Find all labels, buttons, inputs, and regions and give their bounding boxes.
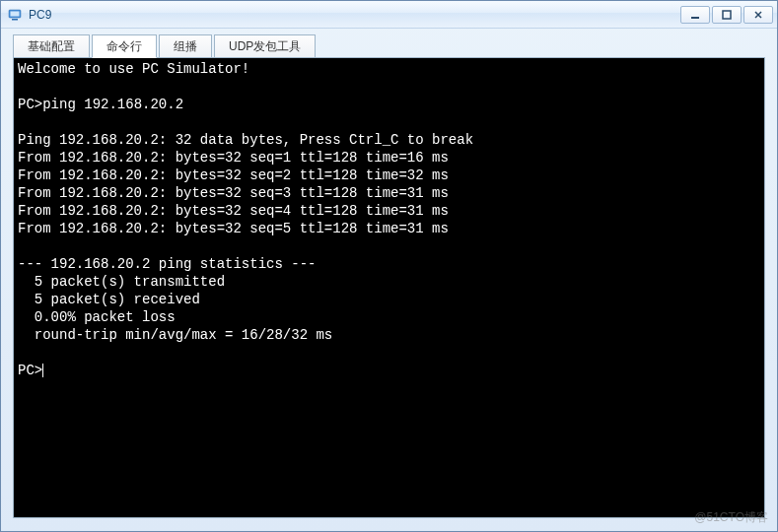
svg-rect-1	[12, 19, 18, 21]
app-icon	[7, 7, 23, 23]
ping-stat: 5 packet(s) transmitted	[18, 274, 225, 290]
ping-reply: From 192.168.20.2: bytes=32 seq=5 ttl=12…	[18, 221, 449, 236]
terminal-welcome: Welcome to use PC Simulator!	[18, 61, 249, 77]
tab-label: UDP发包工具	[229, 38, 301, 55]
tab-basic-config[interactable]: 基础配置	[13, 34, 90, 58]
tab-label: 基础配置	[28, 38, 75, 55]
terminal-prompt: PC>	[18, 363, 42, 378]
tab-multicast[interactable]: 组播	[159, 34, 212, 58]
svg-rect-2	[11, 11, 20, 16]
ping-stats-header: --- 192.168.20.2 ping statistics ---	[18, 256, 316, 272]
ping-stat: 0.00% packet loss	[18, 309, 176, 325]
tab-label: 命令行	[106, 38, 142, 55]
tab-command-line[interactable]: 命令行	[92, 34, 157, 58]
minimize-button[interactable]	[680, 6, 710, 24]
ping-reply: From 192.168.20.2: bytes=32 seq=1 ttl=12…	[18, 150, 449, 166]
svg-rect-3	[691, 17, 699, 19]
ping-reply: From 192.168.20.2: bytes=32 seq=3 ttl=12…	[18, 185, 449, 201]
ping-reply: From 192.168.20.2: bytes=32 seq=2 ttl=12…	[18, 167, 449, 183]
tab-label: 组播	[174, 38, 197, 55]
ping-header: Ping 192.168.20.2: 32 data bytes, Press …	[18, 132, 473, 148]
content-area: Welcome to use PC Simulator! PC>ping 192…	[13, 57, 765, 518]
app-window: PC9 基础配置 命令行 组播 UDP发包工具 Welcome to use P…	[0, 0, 778, 532]
titlebar: PC9	[1, 1, 777, 29]
maximize-button[interactable]	[712, 6, 742, 24]
ping-stat: 5 packet(s) received	[18, 292, 200, 307]
terminal-cursor	[42, 364, 43, 377]
ping-reply: From 192.168.20.2: bytes=32 seq=4 ttl=12…	[18, 203, 449, 219]
terminal-prompt: PC>	[18, 97, 42, 112]
tab-udp-tool[interactable]: UDP发包工具	[214, 34, 316, 58]
terminal[interactable]: Welcome to use PC Simulator! PC>ping 192…	[14, 58, 764, 517]
terminal-command: ping 192.168.20.2	[42, 97, 183, 112]
svg-rect-4	[723, 11, 731, 19]
window-title: PC9	[29, 8, 680, 22]
tabbar: 基础配置 命令行 组播 UDP发包工具	[1, 29, 777, 58]
window-controls	[680, 6, 773, 24]
close-button[interactable]	[743, 6, 773, 24]
ping-stat: round-trip min/avg/max = 16/28/32 ms	[18, 327, 332, 343]
